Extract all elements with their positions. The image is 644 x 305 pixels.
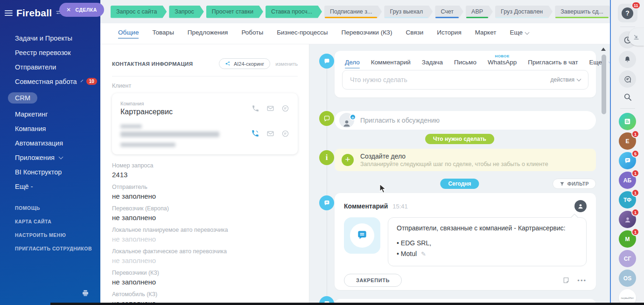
close-icon[interactable]: ✕ — [66, 7, 71, 13]
company-name[interactable]: Картрансервис — [120, 108, 173, 116]
compose-tab-комментарий[interactable]: Комментарий — [371, 59, 411, 70]
sidebar-menu: Задачи и ПроектыРеестр перевозокОтправит… — [0, 31, 100, 194]
actions-dropdown[interactable]: действия — [551, 76, 581, 83]
sidebar-item-ещё-[interactable]: Ещё - — [0, 179, 100, 194]
avatar[interactable]: E1 — [619, 132, 636, 150]
edit-link[interactable]: изменить — [275, 61, 298, 67]
scroll-up-arrow[interactable] — [601, 48, 606, 51]
todo-input[interactable]: Что нужно сделать действия — [342, 70, 588, 90]
collapse-panel-button[interactable] — [629, 28, 644, 46]
field-value[interactable]: не заполнено — [112, 192, 298, 200]
compose-tab-label: Задача — [422, 59, 443, 66]
tab-предложения[interactable]: Предложения — [188, 29, 228, 39]
printer-icon[interactable] — [81, 289, 90, 299]
sidebar-footer-link[interactable]: ПРИГЛАСИТЬ СОТРУДНИКОВ — [15, 246, 92, 251]
sidebar-item-совместная-работа[interactable]: Совместная работа10 — [0, 74, 100, 89]
pipeline-stage[interactable]: Груз выехал — [384, 6, 433, 18]
chat-icon[interactable]: 5 — [619, 152, 636, 169]
compose-tab-письмо[interactable]: Письмо — [454, 59, 476, 70]
tab-общие[interactable]: Общие — [118, 29, 139, 39]
sidebar-footer-link[interactable]: НАСТРОИТЬ МЕНЮ — [15, 232, 92, 238]
live-feed-icon[interactable] — [619, 113, 636, 130]
pipeline-stage[interactable]: Запрос с сайта — [111, 6, 167, 18]
todo-pill-badge[interactable]: Что нужно сделать — [425, 134, 494, 144]
search-icon[interactable] — [619, 90, 636, 104]
compose-tab-пригласить-в-чат[interactable]: Пригласить в чат — [528, 59, 578, 70]
tab-еще[interactable]: Еще — [510, 29, 528, 39]
plus-icon: + — [350, 114, 356, 120]
sidebar-item-задачи-и-проекты[interactable]: Задачи и Проекты — [0, 31, 100, 45]
tab-перевозчики-кз-[interactable]: Перевозчики (КЗ) — [342, 29, 392, 39]
pipeline-stage[interactable]: АВР — [466, 6, 493, 18]
comment-author-avatar[interactable] — [574, 200, 587, 212]
timeline-scrollbar[interactable] — [602, 55, 606, 114]
sidebar-item-bi-конструктор[interactable]: BI Конструктор — [0, 165, 100, 179]
pipeline-stage[interactable]: Завершить сд... — [555, 6, 613, 18]
field-value[interactable]: не заполнено — [112, 235, 298, 243]
compose-tab-задача[interactable]: Задача — [422, 59, 443, 70]
pin-button[interactable]: ЗАКРЕПИТЬ — [344, 274, 402, 287]
sidebar-item-crm[interactable]: CRM — [0, 89, 100, 107]
tab-товары[interactable]: Товары — [152, 29, 174, 39]
field-value[interactable]: не заполнено — [112, 256, 298, 264]
sidebar-item-отправители[interactable]: Отправители — [0, 60, 100, 74]
avatar[interactable]: СГ — [619, 250, 636, 267]
sidebar-item-маркетинг[interactable]: Маркетинг — [0, 107, 100, 121]
invite-to-discussion[interactable]: + Пригласить к обсуждению — [335, 111, 596, 130]
add-activity-button[interactable]: + — [342, 154, 354, 166]
filter-button[interactable]: ФИЛЬТР — [553, 179, 596, 189]
sidebar-footer-link[interactable]: ПОМОЩЬ — [15, 205, 92, 211]
avatar[interactable]: АБ1 — [619, 172, 636, 189]
compose-tab-whatsapp[interactable]: НОВОЕWhatsApp — [488, 59, 517, 70]
phone-icon-active[interactable] — [251, 129, 259, 138]
field-value[interactable]: не заполнено — [112, 214, 298, 222]
compose-tab-дело[interactable]: Дело — [345, 59, 360, 70]
tab-роботы[interactable]: Роботы — [241, 29, 263, 39]
avatar-photo[interactable]: 1 — [619, 211, 636, 228]
menu-burger-icon[interactable] — [5, 10, 13, 16]
more-actions-icon[interactable]: ••• — [577, 277, 587, 284]
actions-label: действия — [551, 76, 574, 83]
sidebar-item-компания[interactable]: Компания — [0, 121, 100, 136]
ai-scoring-icon — [225, 61, 231, 67]
field-value[interactable]: 2413 — [112, 171, 298, 179]
pipeline-stage[interactable]: Просчет ставки — [206, 6, 263, 18]
today-date-badge[interactable]: Сегодня — [440, 179, 479, 189]
field-value[interactable]: не заполнено — [112, 278, 298, 286]
pipeline-stage[interactable]: Подписание з... — [324, 6, 382, 18]
notifications-icon[interactable] — [619, 51, 636, 68]
tab-label: Общие — [118, 29, 139, 39]
sidebar-item-автоматизация[interactable]: Автоматизация — [0, 136, 100, 150]
tab-история[interactable]: История — [437, 29, 461, 39]
create-activity-card[interactable]: + Создайте дело Запланируйте следующий ш… — [335, 149, 596, 171]
deal-entity-badge[interactable]: ✕ СДЕЛКА — [59, 3, 104, 17]
stage-underline — [466, 17, 488, 18]
tab-бизнес-процессы[interactable]: Бизнес-процессы — [277, 29, 328, 39]
phone-icon[interactable] — [252, 104, 259, 112]
sidebar-item-реестр-перевозок[interactable]: Реестр перевозок — [0, 45, 100, 60]
mail-icon[interactable] — [266, 104, 274, 112]
avatar[interactable]: OS — [619, 270, 636, 287]
avatar[interactable]: М1 — [619, 230, 636, 248]
stage-label: Счет — [435, 8, 463, 15]
help-button[interactable]: ?11 — [618, 4, 637, 22]
sidebar-item-приложения[interactable]: Приложения — [0, 150, 100, 165]
tab-label: Роботы — [241, 29, 263, 39]
messenger-icon[interactable] — [619, 70, 636, 88]
pipeline-stage[interactable]: Счет — [435, 6, 463, 18]
avatar[interactable]: ТФ1 — [619, 191, 636, 208]
note-icon[interactable] — [562, 277, 570, 284]
sidebar-footer-link[interactable]: КАРТА САЙТА — [15, 219, 92, 224]
compose-tab-еще[interactable]: Еще — [589, 59, 610, 70]
edit-pencil-icon[interactable]: ✎ — [421, 250, 426, 257]
pipeline-stage[interactable]: Запрос — [169, 6, 203, 18]
pipeline-stage[interactable]: Груз Доставлен — [495, 6, 553, 18]
mail-icon[interactable] — [266, 130, 274, 138]
pipeline-stage[interactable]: Ставка просч... — [266, 6, 322, 18]
chat-icon[interactable] — [281, 130, 289, 138]
avatar-initials: СГ — [624, 256, 631, 262]
tab-связи[interactable]: Связи — [406, 29, 424, 39]
tab-маркет[interactable]: Маркет — [475, 29, 497, 39]
ai-scoring-button[interactable]: AI24-скоринг — [219, 58, 270, 69]
chat-icon[interactable] — [281, 104, 289, 112]
